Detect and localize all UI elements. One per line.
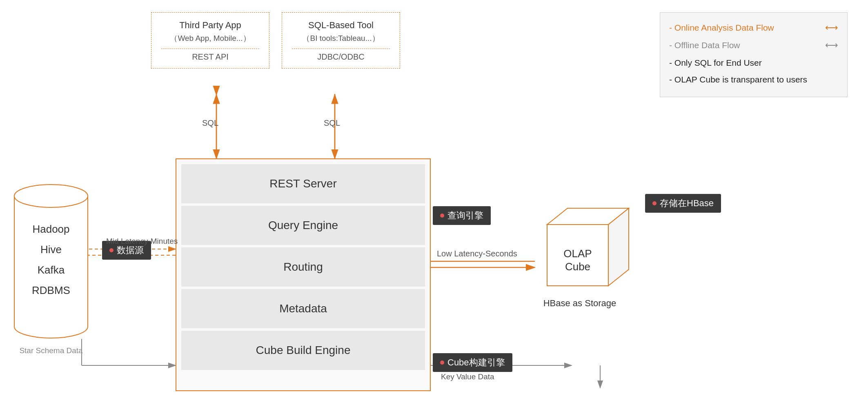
star-schema-label: Star Schema Data bbox=[12, 346, 90, 355]
metadata-label: Metadata bbox=[279, 302, 327, 315]
legend-box: - Online Analysis Data Flow ⟷ - Offline … bbox=[660, 12, 848, 97]
svg-text:Hadoop: Hadoop bbox=[32, 223, 69, 235]
data-source-dot bbox=[109, 248, 114, 252]
rest-server-row: REST Server bbox=[181, 164, 425, 203]
diagram-container: - Online Analysis Data Flow ⟷ - Offline … bbox=[0, 0, 868, 414]
sql-tool-title: SQL-Based Tool （BI tools:Tableau...） bbox=[292, 19, 390, 45]
sql-label-right: SQL bbox=[324, 118, 340, 128]
svg-rect-19 bbox=[14, 196, 88, 327]
data-source-tooltip-text: 数据源 bbox=[117, 244, 144, 256]
svg-point-22 bbox=[14, 185, 88, 207]
kylin-main-box: REST Server Query Engine Routing Metadat… bbox=[176, 158, 431, 391]
legend-sql: - Only SQL for End User bbox=[669, 56, 838, 70]
offline-arrow-icon: ⟷ bbox=[825, 38, 838, 53]
sql-tool-protocol: JDBC/ODBC bbox=[292, 49, 390, 62]
metadata-row: Metadata bbox=[181, 289, 425, 328]
query-engine-dot bbox=[440, 214, 444, 218]
legend-olap-text: - OLAP Cube is transparent to users bbox=[669, 72, 807, 87]
third-party-subtitle: （Web App, Mobile...） bbox=[170, 34, 250, 42]
third-party-title: Third Party App （Web App, Mobile...） bbox=[161, 19, 259, 45]
online-arrow-icon: ⟷ bbox=[825, 20, 838, 35]
svg-text:Hive: Hive bbox=[40, 243, 62, 256]
legend-sql-text: - Only SQL for End User bbox=[669, 56, 762, 70]
query-engine-label: Query Engine bbox=[268, 219, 338, 232]
legend-online-text: - Online Analysis Data Flow bbox=[669, 20, 774, 35]
sql-tool-subtitle: （BI tools:Tableau...） bbox=[302, 34, 379, 42]
query-engine-row: Query Engine bbox=[181, 206, 425, 245]
sql-tool-box: SQL-Based Tool （BI tools:Tableau...） JDB… bbox=[282, 12, 400, 69]
query-engine-tooltip-text: 查询引擎 bbox=[447, 209, 483, 222]
mid-latency-label: Mid Latency-Minutes bbox=[106, 237, 178, 246]
legend-olap: - OLAP Cube is transparent to users bbox=[669, 72, 838, 87]
third-party-app-box: Third Party App （Web App, Mobile...） RES… bbox=[151, 12, 269, 69]
rest-server-label: REST Server bbox=[269, 177, 336, 190]
svg-text:Kafka: Kafka bbox=[38, 264, 65, 276]
sql-tool-title-text: SQL-Based Tool bbox=[308, 20, 374, 30]
cube-build-dot bbox=[440, 361, 444, 365]
cube-build-label: Cube Build Engine bbox=[256, 344, 351, 357]
cube-build-tooltip: Cube构建引擎 bbox=[433, 353, 512, 372]
hbase-storage-tooltip: 存储在HBase bbox=[645, 194, 721, 213]
svg-text:Cube: Cube bbox=[565, 260, 590, 273]
olap-cube-svg: OLAP Cube bbox=[535, 200, 633, 298]
hbase-storage-label: HBase as Storage bbox=[527, 298, 633, 309]
third-party-protocol: REST API bbox=[161, 49, 259, 62]
routing-label: Routing bbox=[283, 260, 323, 274]
sql-label-left: SQL bbox=[202, 118, 218, 128]
legend-offline-text: - Offline Data Flow bbox=[669, 38, 740, 53]
hadoop-cylinder: Hadoop Hive Kafka RDBMS bbox=[12, 176, 90, 339]
svg-text:RDBMS: RDBMS bbox=[32, 284, 70, 296]
legend-offline: - Offline Data Flow ⟷ bbox=[669, 38, 838, 53]
cube-build-tooltip-text: Cube构建引擎 bbox=[447, 356, 505, 369]
hbase-storage-dot bbox=[652, 201, 657, 205]
cube-build-row: Cube Build Engine bbox=[181, 331, 425, 370]
third-party-title-text: Third Party App bbox=[179, 20, 241, 30]
svg-text:OLAP: OLAP bbox=[563, 247, 592, 260]
hadoop-cylinder-svg: Hadoop Hive Kafka RDBMS bbox=[12, 176, 90, 339]
routing-row: Routing bbox=[181, 247, 425, 287]
key-value-label: Key Value Data bbox=[441, 372, 494, 381]
query-engine-tooltip: 查询引擎 bbox=[433, 206, 491, 225]
olap-cube-container: OLAP Cube bbox=[535, 200, 625, 290]
legend-online: - Online Analysis Data Flow ⟷ bbox=[669, 20, 838, 35]
low-latency-label: Low Latency-Seconds bbox=[437, 249, 517, 258]
hbase-storage-tooltip-text: 存储在HBase bbox=[660, 197, 714, 209]
